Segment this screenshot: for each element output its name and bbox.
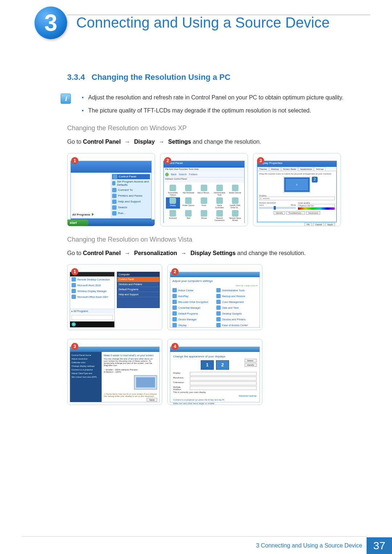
label: Multiple displays:	[173, 386, 188, 390]
row: Multiple displays:	[173, 386, 257, 390]
cp-icon: Mouse	[197, 210, 211, 221]
label: Control Panel	[119, 175, 136, 178]
label: Remote Desktop Connection	[77, 278, 110, 281]
cp-item: Administrative Tools	[216, 288, 257, 292]
cp-icon: Add or Remov...	[197, 185, 211, 196]
sidebar-item: Change display settings	[72, 365, 100, 367]
search-label: Search	[179, 173, 187, 176]
label: Keyboard	[169, 217, 177, 219]
sidebar-item: Set custom text size (DPI)	[72, 376, 100, 378]
warning: ⚠ Some items may not fit on your screen …	[104, 393, 157, 397]
glyph-icon	[216, 210, 223, 217]
path-segment: Personalization	[134, 250, 177, 256]
glyph-icon	[172, 323, 177, 327]
label: Default Programs	[178, 312, 198, 315]
row: Resolution:	[173, 377, 257, 381]
label: Adobe Gamma	[229, 192, 241, 194]
path-segment: Settings	[168, 139, 191, 145]
page-number: 37	[367, 537, 392, 554]
label: Run...	[118, 212, 126, 215]
search-box	[72, 315, 113, 320]
menu-item: Remote Desktop Connection	[70, 276, 114, 282]
cp-icon: Intel(R) GMA Driver for...	[228, 197, 242, 209]
cp-item: Action Center	[172, 288, 213, 292]
cp-icon: Network Connections	[212, 210, 226, 221]
tab-row: Themes Desktop Screen Saver Appearance S…	[257, 167, 336, 171]
glyph-icon	[201, 185, 207, 191]
label: Connect To	[118, 188, 132, 192]
path-segment: Control Panel	[83, 139, 121, 145]
path-segment: Display	[134, 139, 155, 145]
taskbar: start	[68, 219, 155, 226]
cp-icon: Mail	[181, 210, 196, 221]
label: Action Center	[178, 289, 193, 292]
tab: Screen Saver	[281, 167, 298, 171]
label: Medium - 125%	[106, 371, 121, 373]
label: Set Program Access and Defaults	[117, 180, 150, 186]
monitor-preview	[134, 375, 157, 390]
cp-icon: Network Setup Wizard	[228, 210, 242, 221]
cp-item: Devices and Printers	[216, 317, 257, 321]
note: This is currently your main display.	[173, 391, 257, 393]
start-menu-header	[71, 161, 151, 173]
combo	[190, 372, 257, 376]
start-menu: All Programs Control Panel Set Program A…	[70, 161, 152, 223]
title-bar	[70, 347, 159, 352]
tab: Appearance	[298, 167, 314, 171]
label: Folder Options	[183, 204, 195, 206]
combo	[190, 386, 257, 390]
xp-screenshot-row: 1 All Programs Control Panel Set Progra	[67, 153, 370, 226]
window-body: Change the appearance of your displays D…	[170, 352, 260, 405]
description: Drag the monitor icons to match the phys…	[259, 173, 335, 175]
monitor-preview: 1 2	[173, 360, 257, 370]
window: Change the appearance of your displays D…	[170, 346, 260, 402]
app-icon	[72, 295, 76, 299]
glyph-icon	[216, 197, 223, 204]
label: Display:	[173, 372, 188, 376]
menu-item: Help and Support	[112, 199, 150, 205]
menu-item: Help and Support	[117, 292, 159, 297]
menu-item-control-panel: Control Panel	[117, 277, 159, 282]
slider-thumb	[274, 206, 276, 210]
arrow-icon: →	[122, 250, 132, 256]
monitor-callout: 2	[312, 177, 318, 182]
cp-item: Ease of Access Center	[216, 323, 257, 327]
app-icon	[112, 181, 115, 185]
detect-button: Detect	[245, 359, 257, 362]
window: Control Panel Home Adjust resolution Cal…	[70, 346, 160, 402]
cp-icon: Game Controllers	[212, 197, 226, 209]
window-title: Control Panel	[164, 161, 244, 168]
label: Printers and Faxes	[118, 194, 142, 197]
advanced-link: Advanced settings	[173, 395, 257, 397]
chapter-number-badge: 3	[34, 7, 67, 39]
menu-item: Microsoft Office Excel 2007	[70, 294, 114, 300]
all-programs: ▸ All Programs	[70, 309, 114, 313]
viewby: View by: Large icons ▾	[172, 284, 257, 287]
app-icon	[112, 188, 117, 192]
label: BitLocker Drive Encryption	[178, 301, 208, 303]
monitor-preview: 1 2	[283, 176, 311, 193]
label: Orientation:	[173, 381, 188, 385]
window: Display Properties Themes Desktop Screen…	[257, 161, 337, 222]
heading: Make it easier to read what's on your sc…	[104, 354, 157, 357]
label: Add or Remov...	[197, 192, 211, 194]
glyph-icon	[216, 305, 221, 310]
run-icon	[112, 211, 117, 216]
start-menu-right: Computer Control Panel Devices and Print…	[117, 272, 160, 308]
screenshot-xp-start-menu: 1 All Programs Control Panel Set Progra	[67, 153, 155, 226]
arrow-icon: →	[156, 139, 167, 145]
option: ● Medium - 125%	[104, 371, 157, 373]
tab-body: Drag the monitor icons to match the phys…	[257, 171, 336, 222]
sidebar-item: Control Panel Home	[72, 354, 100, 356]
note-box: ℹ Adjust the resolution and refresh rate…	[67, 93, 370, 115]
footer: 3 Connecting and Using a Source Device 3…	[0, 537, 392, 554]
menu-item: Microsoft Word 2010	[70, 282, 114, 288]
glyph-icon	[216, 323, 221, 327]
label: Microsoft Word 2010	[77, 284, 101, 287]
glyph-icon	[216, 185, 223, 191]
title-bar	[170, 347, 260, 352]
start-button: start	[68, 219, 89, 226]
label: Device Manager	[178, 318, 197, 321]
sidebar-item: Calibrate color	[72, 361, 100, 364]
folder-icon	[113, 175, 117, 179]
